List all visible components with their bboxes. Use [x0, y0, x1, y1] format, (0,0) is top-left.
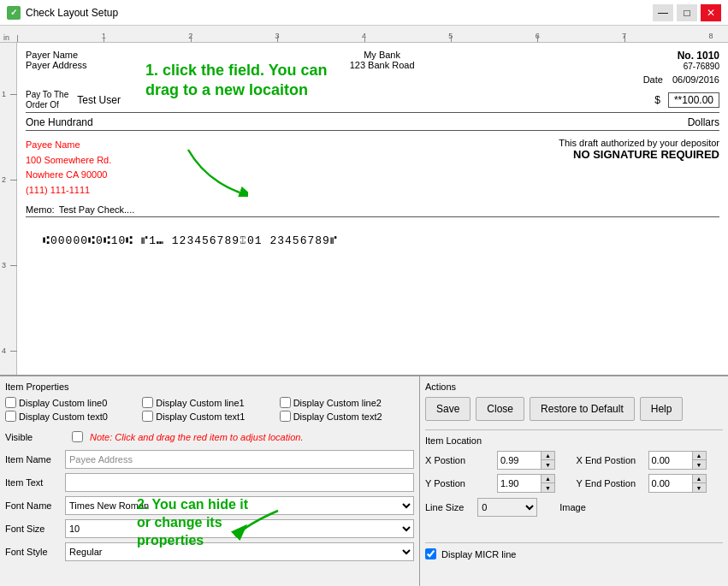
bank-address: 123 Bank Road [350, 60, 415, 70]
cb-custom-line2-input[interactable] [280, 397, 291, 408]
micr-checkbox[interactable] [425, 548, 436, 559]
y-end-up[interactable]: ▲ [692, 475, 706, 483]
x-position-label: X Postion [425, 455, 494, 465]
y-end-position-label: Y End Postion [577, 478, 645, 488]
check-preview-area: 1 2 3 4 Payer Name Payer Address My Bank… [0, 43, 728, 376]
y-end-position-spinner: ▲ ▼ [692, 475, 706, 492]
cb-custom-text0-input[interactable] [5, 411, 16, 422]
x-end-position-spinner: ▲ ▼ [692, 452, 706, 469]
payee-line3: Nowhere CA 90000 [26, 168, 111, 183]
cb-custom-text2-input[interactable] [280, 411, 291, 422]
restore-default-button[interactable]: Restore to Default [530, 397, 635, 421]
memo-value: Test Pay Check.... [59, 204, 135, 215]
pay-to-row: Pay To TheOrder Of Test User $ **100.00 [26, 90, 719, 113]
checkbox-custom-line1: Display Custom line1 [142, 397, 276, 408]
ruler-v-tick [10, 265, 17, 266]
ruler-label-8: 8 [708, 32, 713, 40]
y-end-position-input-wrap: ▲ ▼ [648, 474, 707, 493]
x-end-up[interactable]: ▲ [692, 452, 706, 460]
app-icon: ✓ [7, 6, 21, 20]
location-grid: X Postion ▲ ▼ X End Postion [425, 451, 723, 493]
micr-check-row: Display MICR line [425, 542, 723, 559]
font-style-row: Font Style RegularBoldItalicBold Italic [5, 542, 414, 561]
item-text-input[interactable] [65, 473, 414, 492]
cb-custom-line1-input[interactable] [142, 397, 153, 408]
x-position-up[interactable]: ▲ [541, 452, 554, 460]
item-text-label: Item Text [5, 477, 65, 488]
bank-name: My Bank [350, 50, 415, 60]
item-name-input[interactable] [65, 450, 414, 469]
font-style-select[interactable]: RegularBoldItalicBold Italic [65, 542, 414, 561]
y-end-position-row: Y End Postion ▲ ▼ [577, 474, 724, 493]
ruler-tick [17, 35, 18, 42]
x-position-input-wrap: ▲ ▼ [497, 451, 555, 470]
title-bar-left: ✓ Check Layout Setup [7, 6, 118, 20]
y-position-up[interactable]: ▲ [541, 475, 554, 483]
close-button[interactable]: Close [476, 397, 524, 421]
maximize-button[interactable]: □ [677, 4, 697, 21]
authorized-text: This draft authorized by your depositor [559, 138, 719, 148]
item-location-title: Item Location [425, 435, 723, 446]
ruler-tick [191, 35, 192, 42]
x-end-down[interactable]: ▼ [692, 460, 706, 469]
date-row: Date 06/09/2016 [26, 74, 719, 85]
font-size-select[interactable]: 8910111214 [65, 519, 414, 538]
cb-custom-line0-input[interactable] [5, 397, 16, 408]
memo-row: Memo: Test Pay Check.... [26, 204, 719, 217]
payer-info: Payer Name Payer Address [26, 50, 87, 71]
visible-checkbox[interactable] [72, 431, 83, 442]
date-label: Date [643, 74, 663, 85]
actions-buttons: Save Close Restore to Default Help [425, 397, 723, 421]
y-position-input[interactable] [498, 475, 541, 492]
ruler-v-tick [10, 351, 17, 352]
visible-row: Visible Note: Click and drag the red ite… [5, 429, 414, 445]
dollar-sign: $ [654, 94, 660, 106]
item-properties-panel: Item Properties Display Custom line0 Dis… [0, 376, 420, 586]
y-end-down[interactable]: ▼ [692, 483, 706, 492]
horizontal-ruler: in 1 2 3 4 5 6 7 8 [0, 26, 728, 43]
check-header: Payer Name Payer Address My Bank 123 Ban… [26, 50, 719, 71]
line-size-select[interactable]: 0123 [477, 498, 537, 517]
visible-note: Note: Click and drag the red item to adj… [90, 432, 303, 442]
save-button[interactable]: Save [425, 397, 471, 421]
image-label: Image [559, 502, 586, 512]
checkbox-custom-text0: Display Custom text0 [5, 411, 139, 422]
help-button[interactable]: Help [640, 397, 684, 421]
item-properties-title: Item Properties [5, 382, 414, 392]
font-size-row: Font Size 8910111214 [5, 519, 414, 538]
payee-line2: 100 Somewhere Rd. [26, 153, 111, 169]
font-name-row: Font Name Times New Roman Arial Courier … [5, 496, 414, 515]
item-text-row: Item Text 2. You can hide it or change i… [5, 473, 414, 492]
y-position-down[interactable]: ▼ [541, 483, 554, 492]
vertical-ruler: 1 2 3 4 [0, 43, 17, 375]
y-end-position-input[interactable] [649, 475, 692, 492]
instruction-step1-text: 1. click the field. You can drag to a ne… [145, 61, 327, 101]
checkbox-custom-text1: Display Custom text1 [142, 411, 276, 422]
ruler-tick [104, 35, 104, 42]
font-style-label: Font Style [5, 547, 65, 557]
pay-to-label: Pay To TheOrder Of [26, 90, 68, 110]
x-position-down[interactable]: ▼ [541, 460, 554, 469]
y-position-label: Y Postion [425, 478, 494, 488]
micr-line: ⑆00000⑆0⑆10⑆ ⑈1⑉ 123456789⑄01 23456789⑈ [26, 234, 719, 247]
check-body: Payer Name Payer Address My Bank 123 Ban… [17, 43, 728, 375]
window-controls: — □ ✕ [653, 4, 721, 21]
cb-custom-text1-label: Display Custom text1 [156, 411, 245, 422]
bottom-panels: Item Properties Display Custom line0 Dis… [0, 376, 728, 586]
x-position-input[interactable] [498, 452, 541, 469]
x-end-position-input-wrap: ▲ ▼ [648, 451, 707, 470]
close-window-button[interactable]: ✕ [701, 4, 721, 21]
payee-info: Payee Name 100 Somewhere Rd. Nowhere CA … [26, 138, 111, 198]
actions-panel: Actions Save Close Restore to Default He… [420, 376, 728, 586]
font-name-select[interactable]: Times New Roman Arial Courier New Verdan… [65, 496, 414, 515]
payer-address-text: Payer Address [26, 60, 87, 70]
minimize-button[interactable]: — [653, 4, 673, 21]
micr-label: Display MICR line [441, 549, 516, 559]
x-end-position-input[interactable] [649, 452, 692, 469]
title-bar: ✓ Check Layout Setup — □ ✕ [0, 0, 728, 26]
item-location-section: Item Location X Postion ▲ ▼ X End Post [425, 429, 723, 559]
x-position-spinner: ▲ ▼ [541, 452, 554, 469]
cb-custom-text2-label: Display Custom text2 [293, 411, 382, 422]
cb-custom-text1-input[interactable] [142, 411, 153, 422]
actions-title: Actions [425, 382, 723, 392]
